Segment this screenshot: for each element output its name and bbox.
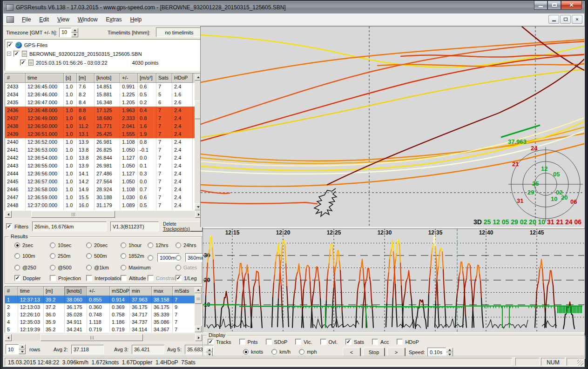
step-forward-button[interactable]: > bbox=[387, 348, 405, 357]
trackpoint-row[interactable]: 244512:36:57.0001.014.227.5641.0500.072.… bbox=[5, 178, 202, 186]
results-table[interactable]: #time[m][knots]+/-mSDoPminmaxmSats112:37… bbox=[5, 286, 202, 333]
delete-trackpoints-button[interactable]: Delete Trackpoint(s) bbox=[162, 221, 203, 231]
radio-mph[interactable]: mph bbox=[299, 349, 317, 355]
column-header-time[interactable]: time bbox=[18, 287, 44, 296]
menu-extras[interactable]: Extras bbox=[102, 14, 126, 25]
trackpoint-row[interactable]: 244112:36:53.0001.013.826.8251.050-0.172… bbox=[5, 146, 202, 154]
speed-interval-input[interactable]: 0.10s bbox=[427, 348, 446, 357]
column-header-knots[interactable]: [knots] bbox=[65, 287, 87, 296]
trackpoint-row[interactable]: 244312:36:55.0001.013.926.9811.0500.172.… bbox=[5, 162, 202, 170]
checkbox-altitude[interactable]: Altitude bbox=[121, 275, 146, 281]
radio-1hour[interactable]: 1hour bbox=[121, 242, 142, 248]
scroll-down-button[interactable] bbox=[195, 326, 202, 332]
radio-12hrs[interactable]: 12hrs bbox=[148, 242, 169, 248]
speed-chart[interactable]: 12:1512:2012:2512:3012:3512:4012:4530201… bbox=[203, 229, 584, 332]
trackpoints-table[interactable]: #time[s][m][knots]+/-[m/s²]SatsHDoP24331… bbox=[5, 73, 202, 211]
radio-250[interactable]: @250 bbox=[14, 265, 36, 270]
trackpoint-row[interactable]: 243912:36:51.0001.013.125.4251.5551.972.… bbox=[5, 130, 202, 138]
results-hscroll-thumb[interactable] bbox=[41, 334, 143, 341]
radio-500m[interactable]: 500m bbox=[86, 253, 107, 259]
results-vscroll-thumb[interactable] bbox=[195, 294, 202, 304]
timezone-input[interactable]: 10 bbox=[59, 28, 71, 37]
checkbox-doppler[interactable]: ✓Doppler bbox=[14, 275, 41, 281]
column-header-m-s[interactable]: [m/s²] bbox=[138, 74, 156, 83]
checkbox-sats[interactable]: ✓Sats bbox=[345, 339, 364, 345]
menu-view[interactable]: View bbox=[53, 14, 74, 25]
column-header-[interactable]: +/- bbox=[120, 74, 138, 83]
speed-interval-spinner[interactable] bbox=[446, 348, 453, 357]
filters-summary-field[interactable]: 26min, 16.676km bbox=[32, 221, 107, 231]
checkbox-ovl[interactable]: Ovl. bbox=[320, 339, 338, 345]
track-map[interactable]: 37.96324211205252902102031063D 25 12 05 … bbox=[201, 27, 584, 227]
timelimits-value[interactable]: no timelimits bbox=[156, 27, 203, 37]
trackpoint-row[interactable]: 244212:36:54.0001.013.826.8441.1270.072.… bbox=[5, 154, 202, 162]
checkbox-projection[interactable]: Projection bbox=[50, 275, 81, 281]
radio-1km[interactable]: @1km bbox=[86, 265, 109, 270]
minimize-button[interactable] bbox=[534, 1, 547, 10]
tree-collapse-icon[interactable]: − bbox=[7, 52, 11, 56]
tree-file-checkbox[interactable]: ✓ bbox=[14, 51, 20, 57]
column-header-time[interactable]: time bbox=[26, 74, 64, 83]
column-header-m[interactable]: [m] bbox=[77, 74, 95, 83]
radio-250m[interactable]: 250m bbox=[50, 253, 71, 259]
result-row[interactable]: 312:26:1036.035.0280.7480.75834.71735.33… bbox=[5, 311, 202, 318]
stop-button[interactable]: Stop bbox=[363, 348, 385, 357]
tree-root-checkbox[interactable]: ✓ bbox=[7, 42, 13, 48]
result-row[interactable]: 212:13:0337.236.1750.3600.36936.17536.17… bbox=[5, 303, 202, 311]
column-header-hdop[interactable]: HDoP bbox=[172, 74, 193, 83]
rows-count-spinner[interactable] bbox=[19, 344, 26, 354]
chart-scale-spinner[interactable] bbox=[206, 348, 213, 357]
checkbox-sdop[interactable]: SDoP bbox=[266, 339, 288, 345]
timezone-spinner[interactable] bbox=[71, 28, 78, 37]
maximize-button[interactable] bbox=[547, 1, 561, 10]
radio-gates[interactable]: Gates bbox=[176, 265, 197, 270]
checkbox-acc[interactable]: Acc bbox=[372, 339, 389, 345]
checkbox-constrain[interactable]: Constrain bbox=[148, 275, 178, 281]
radio-1000m[interactable] bbox=[148, 255, 155, 261]
mdi-restore-button[interactable] bbox=[560, 15, 571, 24]
trackpoint-row[interactable]: 243412:36:46.0001.08.215.8811.2250.551.6 bbox=[5, 91, 202, 99]
scroll-right-button[interactable] bbox=[195, 334, 202, 341]
filters-checkbox[interactable]: ✓Filters bbox=[6, 223, 28, 229]
column-header-sats[interactable]: Sats bbox=[156, 74, 172, 83]
checkbox-tracks[interactable]: ✓Tracks bbox=[208, 339, 231, 345]
scroll-left-button[interactable] bbox=[5, 334, 12, 341]
column-header-m[interactable]: [m] bbox=[44, 287, 65, 296]
resize-grip[interactable] bbox=[577, 360, 583, 366]
trackpoint-row[interactable]: 244712:36:59.0001.015.530.1881.0300.672.… bbox=[5, 194, 202, 201]
close-button[interactable]: ✕ bbox=[561, 1, 582, 10]
radio-10sec[interactable]: 10sec bbox=[50, 242, 71, 248]
gps-files-tree[interactable]: ✓ GPS-Files − ✓ BEROWNE_932001228_201503… bbox=[5, 39, 202, 71]
checkbox-hdop[interactable]: HDoP bbox=[397, 339, 419, 345]
trackpoint-row[interactable]: 244412:36:56.0001.014.127.4861.1270.372.… bbox=[5, 170, 202, 178]
result-row[interactable]: 112:37:1339.238.0600.8550.91437.96338.15… bbox=[5, 296, 202, 303]
rows-count-input[interactable]: 10 bbox=[6, 344, 19, 354]
checkbox-interpolation[interactable]: Interpolation bbox=[86, 275, 123, 281]
tree-session-checkbox[interactable]: ✓ bbox=[20, 60, 26, 66]
trackpoint-row[interactable]: 243512:36:47.0001.08.416.3481.2050.262.6 bbox=[5, 99, 202, 107]
column-header-msats[interactable]: mSats bbox=[173, 287, 195, 296]
column-header-min[interactable]: min bbox=[130, 287, 152, 296]
radio-maximum[interactable]: Maximum bbox=[121, 265, 151, 270]
menu-edit[interactable]: Edit bbox=[35, 14, 53, 25]
menu-file[interactable]: File bbox=[18, 14, 35, 25]
column-header-max[interactable]: max bbox=[152, 287, 173, 296]
menu-help[interactable]: Help bbox=[126, 14, 146, 25]
trackpoint-row[interactable]: 244012:36:52.0001.013.926.9811.1080.872.… bbox=[5, 138, 202, 146]
scroll-up-button[interactable] bbox=[195, 287, 202, 293]
radio-500[interactable]: @500 bbox=[50, 265, 72, 270]
column-header-[interactable]: +/- bbox=[87, 287, 110, 296]
trackpoint-row[interactable]: 243612:36:48.0001.08.817.1251.9630.472.4 bbox=[5, 107, 202, 114]
track-map-panel[interactable]: 37.96324211205252902102031063D 25 12 05 … bbox=[200, 26, 585, 228]
menu-window[interactable]: Window bbox=[74, 14, 102, 25]
mdi-minimize-button[interactable] bbox=[548, 15, 559, 24]
radio-1852m[interactable]: 1852m bbox=[121, 253, 144, 259]
tree-item-root[interactable]: ✓ GPS-Files bbox=[5, 40, 202, 49]
checkbox-pnts[interactable]: Pnts bbox=[239, 339, 258, 345]
column-header-msdop[interactable]: mSDoP bbox=[110, 287, 130, 296]
tree-item-session[interactable]: ✓ 2015.03.15 01:56:26 - 03:03:22 4030 po… bbox=[5, 58, 202, 67]
trackpoint-row[interactable]: 243812:36:50.0001.011.221.7712.0411.672.… bbox=[5, 122, 202, 130]
mdi-close-button[interactable]: ✕ bbox=[572, 15, 582, 24]
tree-item-file[interactable]: − ✓ BEROWNE_932001228_20150315_125605.SB… bbox=[5, 49, 202, 58]
checkbox-1-leg[interactable]: ✓1/Leg bbox=[176, 275, 197, 281]
